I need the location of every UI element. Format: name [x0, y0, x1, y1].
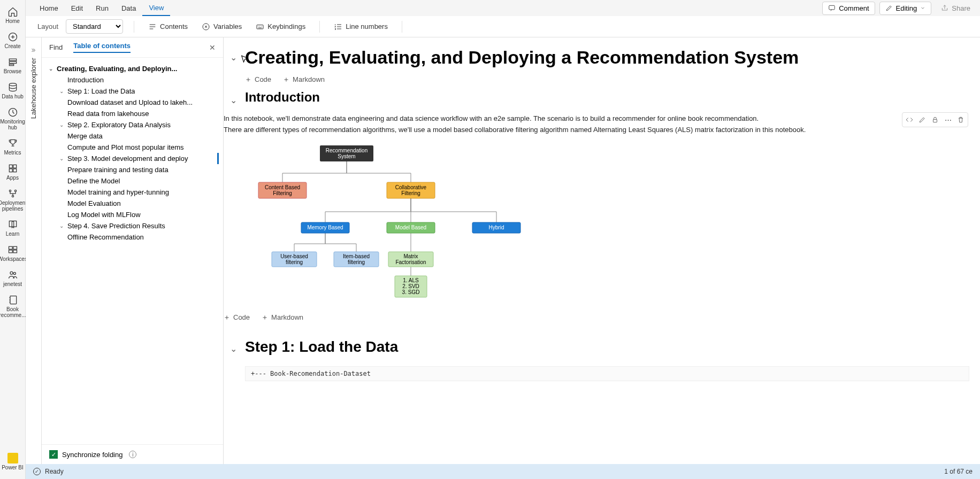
add-code-button[interactable]: Code: [224, 313, 250, 321]
contents-label: Contents: [160, 22, 188, 30]
tab-run[interactable]: Run: [89, 1, 115, 16]
tab-data[interactable]: Data: [115, 1, 142, 16]
share-button[interactable]: Share: [936, 2, 976, 14]
linenumbers-button[interactable]: Line numbers: [331, 20, 391, 33]
tab-edit[interactable]: Edit: [65, 1, 89, 16]
toc-item[interactable]: Model Evaluation: [47, 198, 219, 209]
cell-edit-button[interactable]: [916, 114, 928, 126]
info-icon[interactable]: i: [129, 451, 136, 458]
people-icon: [7, 269, 18, 280]
nav-browse[interactable]: Browse: [1, 53, 25, 78]
nav-datahub[interactable]: Data hub: [1, 79, 25, 103]
variables-icon: [202, 22, 210, 31]
notebook-canvas[interactable]: ⌄ Creating, Evaluating, and Deploying a …: [224, 37, 980, 464]
toc-item[interactable]: Model training and hyper-tunning: [47, 187, 219, 198]
layout-select[interactable]: Standard: [66, 19, 123, 34]
add-code-button[interactable]: Code: [245, 75, 271, 83]
toc-item-label: Define the Model: [67, 177, 120, 185]
toc-item[interactable]: ⌄Step 4. Save Prediction Results: [47, 220, 219, 231]
toc-item[interactable]: Compute and Plot most popular items: [47, 142, 219, 153]
toc-item-label: Offline Recommendation: [67, 233, 144, 241]
nav-browse-label: Browse: [4, 68, 21, 74]
tab-home[interactable]: Home: [33, 1, 65, 16]
close-toc-button[interactable]: ✕: [209, 43, 216, 52]
toc-item[interactable]: ⌄Step 1: Load the Data: [47, 86, 219, 97]
status-cell-count: 1 of 67 ce: [944, 468, 973, 475]
nav-workspaces[interactable]: Workspaces: [1, 241, 25, 265]
nav-metrics[interactable]: Metrics: [1, 135, 25, 159]
toc-root[interactable]: ⌄ Creating, Evaluating, and Deployin...: [47, 63, 219, 74]
toc-item[interactable]: Merge data: [47, 130, 219, 142]
comment-button[interactable]: Comment: [822, 2, 875, 15]
toc-item[interactable]: ⌄Step 2. Exploratory Data Analysis: [47, 119, 219, 130]
toc-item[interactable]: ⌄Step 3. Model development and deploy: [47, 153, 219, 164]
toc-item[interactable]: Read data from lakehouse: [47, 108, 219, 119]
find-tab[interactable]: Find: [49, 43, 63, 51]
toc-item-label: Model training and hyper-tunning: [67, 188, 169, 196]
contents-button[interactable]: Contents: [145, 20, 191, 33]
divider: [402, 21, 402, 33]
svg-text:2. SVD: 2. SVD: [402, 283, 419, 289]
svg-rect-16: [13, 250, 17, 253]
toc-item[interactable]: Introduction: [47, 74, 219, 86]
intro-cell[interactable]: ⋯ In this notebook, we'll demonstrate da…: [224, 114, 969, 333]
add-cell-row: Code Markdown: [245, 75, 969, 83]
powerbi-icon: [7, 453, 18, 463]
editing-label: Editing: [896, 4, 917, 12]
chevron-down-icon: ⌄: [58, 223, 65, 229]
nav-learn[interactable]: Learn: [1, 216, 25, 240]
intro-heading-cell: ⌄ Introduction: [245, 90, 969, 105]
cell-more-button[interactable]: ⋯: [942, 114, 954, 126]
nav-monitoring[interactable]: Monitoring hub: [1, 104, 25, 134]
toc-item[interactable]: Download dataset and Upload to lakeh...: [47, 97, 219, 108]
fold-chevron[interactable]: ⌄: [230, 344, 237, 354]
code-cell[interactable]: +--- Book-Recomendation-Dataset: [245, 366, 969, 381]
notebook-icon: [7, 295, 18, 305]
workspaces-icon: [7, 244, 18, 255]
nav-home[interactable]: Home: [1, 3, 25, 27]
view-toolbar: Layout Standard Contents Variables Keybi…: [26, 16, 980, 37]
fold-chevron[interactable]: ⌄: [230, 52, 237, 63]
svg-rect-23: [933, 119, 937, 122]
toc-tab[interactable]: Table of contents: [73, 42, 131, 53]
nav-powerbi-label: Power BI: [2, 465, 24, 470]
keybindings-button[interactable]: Keybindings: [252, 20, 309, 33]
toc-item[interactable]: Define the Model: [47, 175, 219, 187]
fold-chevron[interactable]: ⌄: [230, 95, 237, 105]
nav-deployment[interactable]: Deployment pipelines: [1, 185, 25, 215]
sync-folding-checkbox[interactable]: ✓: [49, 450, 58, 459]
tab-view[interactable]: View: [142, 1, 170, 16]
cell-delete-button[interactable]: [955, 114, 967, 126]
pencil-icon: [885, 4, 893, 12]
share-icon: [941, 4, 948, 12]
chevron-down-icon: ⌄: [58, 156, 65, 161]
monitor-icon: [7, 107, 18, 118]
svg-text:System: System: [338, 153, 355, 159]
cell-code-icon[interactable]: [904, 114, 915, 126]
svg-point-4: [9, 83, 16, 86]
toc-item[interactable]: Log Model with MLFlow: [47, 209, 219, 220]
svg-rect-15: [9, 250, 12, 253]
editing-dropdown[interactable]: Editing: [879, 2, 932, 15]
contents-icon: [148, 22, 157, 31]
svg-rect-9: [13, 169, 16, 172]
toc-item[interactable]: Offline Recommendation: [47, 231, 219, 243]
svg-rect-2: [9, 61, 16, 63]
add-markdown-button[interactable]: Markdown: [283, 75, 325, 83]
nav-powerbi[interactable]: Power BI: [1, 450, 25, 474]
variables-button[interactable]: Variables: [198, 20, 245, 33]
statusbar: ✓ Ready 1 of 67 ce: [26, 464, 980, 479]
svg-rect-3: [9, 64, 13, 66]
cell-lock-button[interactable]: [929, 114, 941, 126]
code-icon: [906, 116, 913, 123]
nav-apps[interactable]: Apps: [1, 160, 25, 184]
nav-jenetest[interactable]: jenetest: [1, 266, 25, 290]
toc-item-label: Step 1: Load the Data: [67, 87, 135, 95]
toc-item[interactable]: Prepare training and testing data: [47, 164, 219, 175]
linenumbers-label: Line numbers: [346, 22, 388, 30]
svg-text:Content Based: Content Based: [265, 184, 300, 190]
lakehouse-explorer-tab[interactable]: Lakehouse explorer: [26, 37, 42, 464]
nav-book[interactable]: Book recomme...: [1, 291, 25, 321]
add-markdown-button[interactable]: Markdown: [262, 313, 303, 321]
nav-create[interactable]: Create: [1, 28, 25, 52]
